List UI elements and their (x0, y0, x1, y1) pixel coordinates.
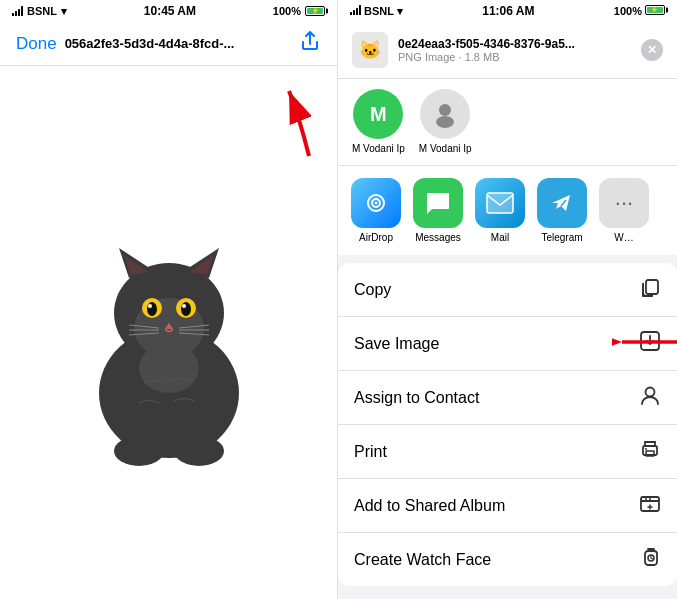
svg-point-38 (645, 498, 647, 500)
carrier-left: BSNL (27, 5, 57, 17)
svg-point-10 (147, 302, 157, 316)
mail-icon (475, 178, 525, 228)
copy-label: Copy (354, 281, 391, 299)
file-info: 0e24eaa3-f505-4346-8376-9a5... PNG Image… (398, 37, 631, 63)
print-label: Print (354, 443, 387, 461)
app-name-messages: Messages (415, 232, 461, 243)
status-bar-right: BSNL ▾ 11:06 AM 100% ⚡ (338, 0, 677, 22)
app-item-telegram[interactable]: Telegram (534, 178, 590, 243)
messages-icon (413, 178, 463, 228)
action-watch-face[interactable]: Create Watch Face (338, 533, 677, 586)
contact-item-2[interactable]: M Vodani Ip (419, 89, 472, 155)
left-status-left: BSNL ▾ (12, 5, 67, 18)
svg-point-39 (649, 498, 651, 500)
svg-point-21 (114, 436, 164, 466)
svg-point-13 (182, 304, 186, 308)
nav-bar-left: Done 056a2fe3-5d3d-4d4a-8fcd-... (0, 22, 337, 66)
share-file-subtitle: PNG Image · 1.8 MB (398, 51, 631, 63)
action-copy[interactable]: Copy (338, 263, 677, 317)
assign-contact-label: Assign to Contact (354, 389, 479, 407)
signal-bars-right (350, 5, 361, 15)
charging-bolt-right: ⚡ (650, 6, 659, 14)
close-share-sheet-button[interactable]: ✕ (641, 39, 663, 61)
battery-percent-left: 100% (273, 5, 301, 17)
charging-bolt-left: ⚡ (311, 7, 320, 15)
left-status-right: BSNL ▾ (350, 5, 403, 18)
time-right: 11:06 AM (482, 4, 534, 18)
shared-album-icon (639, 492, 661, 519)
svg-point-36 (645, 448, 647, 450)
svg-point-22 (174, 436, 224, 466)
contact-item-1[interactable]: M M Vodani Ip (352, 89, 405, 155)
copy-icon (639, 276, 661, 303)
contact-avatar-1: M (353, 89, 403, 139)
action-save-image[interactable]: Save Image (338, 317, 677, 371)
app-name-mail: Mail (491, 232, 509, 243)
battery-right: ⚡ (645, 5, 665, 15)
share-sheet-header: 🐱 0e24eaa3-f505-4346-8376-9a5... PNG Ima… (338, 22, 677, 79)
image-area (0, 66, 337, 599)
right-status-right: 100% ⚡ (614, 5, 665, 17)
right-panel: BSNL ▾ 11:06 AM 100% ⚡ 🐱 0e24eaa3-f505-4… (338, 0, 677, 599)
svg-point-28 (375, 202, 378, 205)
signal-bars-left (12, 6, 23, 16)
svg-rect-29 (487, 193, 513, 213)
app-name-telegram: Telegram (541, 232, 582, 243)
contact-name-2: M Vodani Ip (419, 143, 472, 155)
svg-point-24 (439, 104, 451, 116)
svg-point-12 (148, 304, 152, 308)
action-assign-contact[interactable]: Assign to Contact (338, 371, 677, 425)
contact-avatar-2 (420, 89, 470, 139)
print-icon (639, 438, 661, 465)
contacts-row: M M Vodani Ip M Vodani Ip (338, 79, 677, 166)
battery-left: ⚡ (305, 6, 325, 16)
status-bar-left: BSNL ▾ 10:45 AM 100% ⚡ (0, 0, 337, 22)
more-apps-icon: ··· (599, 178, 649, 228)
actions-list: Copy Save Image (338, 263, 677, 586)
battery-percent-right: 100% (614, 5, 642, 17)
share-file-title: 0e24eaa3-f505-4346-8376-9a5... (398, 37, 631, 51)
app-item-more[interactable]: ··· W… (596, 178, 652, 243)
save-image-label: Save Image (354, 335, 439, 353)
assign-contact-icon (639, 384, 661, 411)
file-name-left: 056a2fe3-5d3d-4d4a-8fcd-... (65, 36, 291, 51)
cat-image (64, 193, 274, 473)
apps-row: AirDrop Messages Mail (338, 166, 677, 263)
svg-point-11 (181, 302, 191, 316)
telegram-icon (537, 178, 587, 228)
watch-face-label: Create Watch Face (354, 551, 491, 569)
action-print[interactable]: Print (338, 425, 677, 479)
wifi-icon-right: ▾ (397, 5, 403, 17)
svg-point-33 (646, 388, 655, 397)
carrier-right: BSNL (364, 5, 394, 17)
right-status-left: 100% ⚡ (273, 5, 325, 17)
share-button-left[interactable] (299, 30, 321, 57)
app-name-more: W… (614, 232, 633, 243)
contact-name-1: M Vodani Ip (352, 143, 405, 155)
app-item-messages[interactable]: Messages (410, 178, 466, 243)
svg-rect-30 (646, 280, 658, 294)
red-arrow-left (249, 76, 329, 156)
airdrop-icon (351, 178, 401, 228)
left-panel: BSNL ▾ 10:45 AM 100% ⚡ Done 056a2fe3-5d3… (0, 0, 338, 599)
svg-point-23 (139, 343, 199, 393)
done-button[interactable]: Done (16, 34, 57, 54)
action-shared-album[interactable]: Add to Shared Album (338, 479, 677, 533)
app-item-mail[interactable]: Mail (472, 178, 528, 243)
app-name-airdrop: AirDrop (359, 232, 393, 243)
wifi-icon-left: ▾ (61, 5, 67, 18)
app-item-airdrop[interactable]: AirDrop (348, 178, 404, 243)
svg-rect-35 (646, 451, 654, 456)
shared-album-label: Add to Shared Album (354, 497, 505, 515)
svg-point-25 (436, 116, 454, 128)
time-left: 10:45 AM (144, 4, 196, 18)
save-image-icon (639, 330, 661, 357)
file-thumbnail-icon: 🐱 (352, 32, 388, 68)
watch-face-icon (641, 546, 661, 573)
